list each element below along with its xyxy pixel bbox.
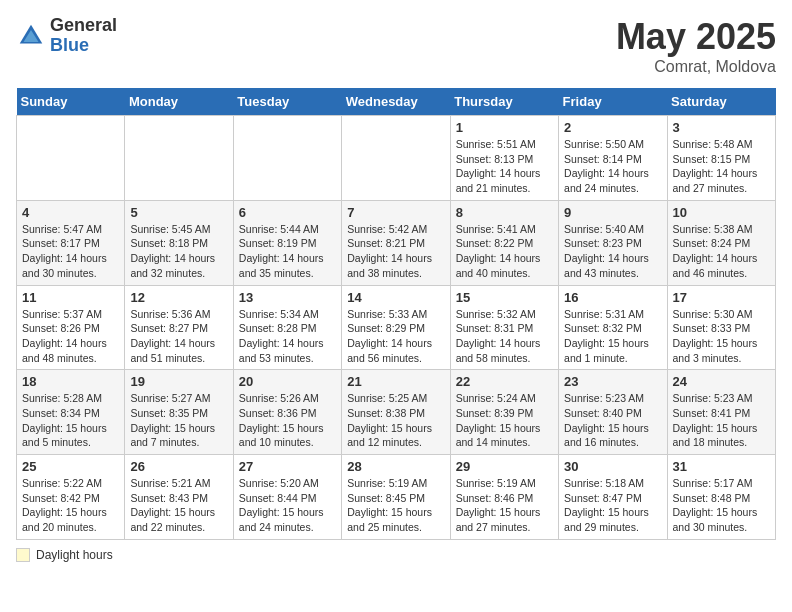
calendar-cell: 14Sunrise: 5:33 AMSunset: 8:29 PMDayligh… xyxy=(342,285,450,370)
day-info: Sunrise: 5:38 AMSunset: 8:24 PMDaylight:… xyxy=(673,222,770,281)
day-info: Sunrise: 5:25 AMSunset: 8:38 PMDaylight:… xyxy=(347,391,444,450)
day-number: 14 xyxy=(347,290,444,305)
calendar-cell: 11Sunrise: 5:37 AMSunset: 8:26 PMDayligh… xyxy=(17,285,125,370)
calendar-cell: 12Sunrise: 5:36 AMSunset: 8:27 PMDayligh… xyxy=(125,285,233,370)
calendar-cell: 20Sunrise: 5:26 AMSunset: 8:36 PMDayligh… xyxy=(233,370,341,455)
day-info: Sunrise: 5:42 AMSunset: 8:21 PMDaylight:… xyxy=(347,222,444,281)
day-info: Sunrise: 5:23 AMSunset: 8:41 PMDaylight:… xyxy=(673,391,770,450)
day-number: 25 xyxy=(22,459,119,474)
day-number: 24 xyxy=(673,374,770,389)
logo-icon xyxy=(16,21,46,51)
day-info: Sunrise: 5:24 AMSunset: 8:39 PMDaylight:… xyxy=(456,391,553,450)
day-number: 3 xyxy=(673,120,770,135)
day-info: Sunrise: 5:32 AMSunset: 8:31 PMDaylight:… xyxy=(456,307,553,366)
calendar-cell: 7Sunrise: 5:42 AMSunset: 8:21 PMDaylight… xyxy=(342,200,450,285)
day-info: Sunrise: 5:18 AMSunset: 8:47 PMDaylight:… xyxy=(564,476,661,535)
day-info: Sunrise: 5:21 AMSunset: 8:43 PMDaylight:… xyxy=(130,476,227,535)
day-number: 19 xyxy=(130,374,227,389)
calendar-cell: 28Sunrise: 5:19 AMSunset: 8:45 PMDayligh… xyxy=(342,455,450,540)
day-number: 5 xyxy=(130,205,227,220)
calendar-cell: 31Sunrise: 5:17 AMSunset: 8:48 PMDayligh… xyxy=(667,455,775,540)
header-cell-friday: Friday xyxy=(559,88,667,116)
header-cell-tuesday: Tuesday xyxy=(233,88,341,116)
week-row-3: 11Sunrise: 5:37 AMSunset: 8:26 PMDayligh… xyxy=(17,285,776,370)
day-info: Sunrise: 5:19 AMSunset: 8:45 PMDaylight:… xyxy=(347,476,444,535)
calendar-cell: 30Sunrise: 5:18 AMSunset: 8:47 PMDayligh… xyxy=(559,455,667,540)
calendar-cell: 24Sunrise: 5:23 AMSunset: 8:41 PMDayligh… xyxy=(667,370,775,455)
week-row-4: 18Sunrise: 5:28 AMSunset: 8:34 PMDayligh… xyxy=(17,370,776,455)
day-info: Sunrise: 5:28 AMSunset: 8:34 PMDaylight:… xyxy=(22,391,119,450)
calendar-cell: 22Sunrise: 5:24 AMSunset: 8:39 PMDayligh… xyxy=(450,370,558,455)
calendar-cell: 6Sunrise: 5:44 AMSunset: 8:19 PMDaylight… xyxy=(233,200,341,285)
location: Comrat, Moldova xyxy=(616,58,776,76)
day-info: Sunrise: 5:26 AMSunset: 8:36 PMDaylight:… xyxy=(239,391,336,450)
week-row-1: 1Sunrise: 5:51 AMSunset: 8:13 PMDaylight… xyxy=(17,116,776,201)
day-number: 11 xyxy=(22,290,119,305)
calendar-cell: 8Sunrise: 5:41 AMSunset: 8:22 PMDaylight… xyxy=(450,200,558,285)
day-number: 1 xyxy=(456,120,553,135)
day-number: 8 xyxy=(456,205,553,220)
logo-general: General xyxy=(50,16,117,36)
day-number: 27 xyxy=(239,459,336,474)
header-cell-saturday: Saturday xyxy=(667,88,775,116)
day-info: Sunrise: 5:31 AMSunset: 8:32 PMDaylight:… xyxy=(564,307,661,366)
day-info: Sunrise: 5:36 AMSunset: 8:27 PMDaylight:… xyxy=(130,307,227,366)
calendar-cell xyxy=(125,116,233,201)
calendar-cell: 1Sunrise: 5:51 AMSunset: 8:13 PMDaylight… xyxy=(450,116,558,201)
day-number: 15 xyxy=(456,290,553,305)
calendar-cell: 18Sunrise: 5:28 AMSunset: 8:34 PMDayligh… xyxy=(17,370,125,455)
footer-note: Daylight hours xyxy=(16,548,776,562)
day-info: Sunrise: 5:17 AMSunset: 8:48 PMDaylight:… xyxy=(673,476,770,535)
day-info: Sunrise: 5:27 AMSunset: 8:35 PMDaylight:… xyxy=(130,391,227,450)
header-cell-wednesday: Wednesday xyxy=(342,88,450,116)
header-row: SundayMondayTuesdayWednesdayThursdayFrid… xyxy=(17,88,776,116)
day-number: 2 xyxy=(564,120,661,135)
day-number: 29 xyxy=(456,459,553,474)
calendar-cell: 21Sunrise: 5:25 AMSunset: 8:38 PMDayligh… xyxy=(342,370,450,455)
day-number: 20 xyxy=(239,374,336,389)
header-cell-sunday: Sunday xyxy=(17,88,125,116)
day-number: 21 xyxy=(347,374,444,389)
day-number: 4 xyxy=(22,205,119,220)
month-title: May 2025 xyxy=(616,16,776,58)
daylight-label: Daylight hours xyxy=(36,548,113,562)
day-info: Sunrise: 5:45 AMSunset: 8:18 PMDaylight:… xyxy=(130,222,227,281)
day-number: 23 xyxy=(564,374,661,389)
page-header: General Blue May 2025 Comrat, Moldova xyxy=(16,16,776,76)
day-info: Sunrise: 5:40 AMSunset: 8:23 PMDaylight:… xyxy=(564,222,661,281)
week-row-2: 4Sunrise: 5:47 AMSunset: 8:17 PMDaylight… xyxy=(17,200,776,285)
day-info: Sunrise: 5:47 AMSunset: 8:17 PMDaylight:… xyxy=(22,222,119,281)
day-info: Sunrise: 5:50 AMSunset: 8:14 PMDaylight:… xyxy=(564,137,661,196)
day-info: Sunrise: 5:37 AMSunset: 8:26 PMDaylight:… xyxy=(22,307,119,366)
day-info: Sunrise: 5:41 AMSunset: 8:22 PMDaylight:… xyxy=(456,222,553,281)
day-info: Sunrise: 5:22 AMSunset: 8:42 PMDaylight:… xyxy=(22,476,119,535)
day-number: 6 xyxy=(239,205,336,220)
day-number: 10 xyxy=(673,205,770,220)
calendar-cell: 26Sunrise: 5:21 AMSunset: 8:43 PMDayligh… xyxy=(125,455,233,540)
day-info: Sunrise: 5:48 AMSunset: 8:15 PMDaylight:… xyxy=(673,137,770,196)
day-info: Sunrise: 5:19 AMSunset: 8:46 PMDaylight:… xyxy=(456,476,553,535)
day-info: Sunrise: 5:20 AMSunset: 8:44 PMDaylight:… xyxy=(239,476,336,535)
day-number: 12 xyxy=(130,290,227,305)
header-cell-thursday: Thursday xyxy=(450,88,558,116)
day-number: 18 xyxy=(22,374,119,389)
day-info: Sunrise: 5:33 AMSunset: 8:29 PMDaylight:… xyxy=(347,307,444,366)
calendar-cell: 23Sunrise: 5:23 AMSunset: 8:40 PMDayligh… xyxy=(559,370,667,455)
calendar-cell: 17Sunrise: 5:30 AMSunset: 8:33 PMDayligh… xyxy=(667,285,775,370)
calendar-cell: 13Sunrise: 5:34 AMSunset: 8:28 PMDayligh… xyxy=(233,285,341,370)
day-number: 22 xyxy=(456,374,553,389)
day-number: 31 xyxy=(673,459,770,474)
calendar-cell: 2Sunrise: 5:50 AMSunset: 8:14 PMDaylight… xyxy=(559,116,667,201)
logo-blue: Blue xyxy=(50,36,117,56)
calendar-cell: 27Sunrise: 5:20 AMSunset: 8:44 PMDayligh… xyxy=(233,455,341,540)
calendar-cell: 4Sunrise: 5:47 AMSunset: 8:17 PMDaylight… xyxy=(17,200,125,285)
calendar-cell xyxy=(233,116,341,201)
day-info: Sunrise: 5:30 AMSunset: 8:33 PMDaylight:… xyxy=(673,307,770,366)
logo-text: General Blue xyxy=(50,16,117,56)
day-number: 16 xyxy=(564,290,661,305)
logo: General Blue xyxy=(16,16,117,56)
day-info: Sunrise: 5:51 AMSunset: 8:13 PMDaylight:… xyxy=(456,137,553,196)
calendar-cell: 10Sunrise: 5:38 AMSunset: 8:24 PMDayligh… xyxy=(667,200,775,285)
calendar-cell: 5Sunrise: 5:45 AMSunset: 8:18 PMDaylight… xyxy=(125,200,233,285)
day-info: Sunrise: 5:23 AMSunset: 8:40 PMDaylight:… xyxy=(564,391,661,450)
